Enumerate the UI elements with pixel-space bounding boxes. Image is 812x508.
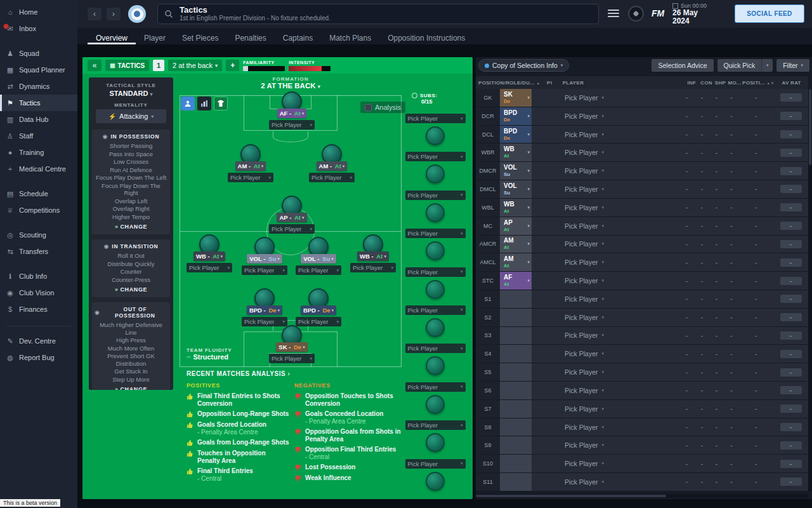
pick-player-dropdown[interactable]: Pick Player▾ xyxy=(546,162,679,180)
pick-player-dropdown[interactable]: Pick Player▾ xyxy=(405,344,466,353)
quick-pick-button[interactable]: Quick Pick xyxy=(717,59,762,72)
table-row-amcr[interactable]: AMCRAMAt▾Pick Player▾------ xyxy=(476,236,808,254)
menu-icon[interactable] xyxy=(608,10,619,19)
table-row-s4[interactable]: S4Pick Player▾------ xyxy=(476,345,808,363)
sidebar-item-data-hub[interactable]: ▥Data Hub xyxy=(0,111,77,128)
table-row-s1[interactable]: S1Pick Player▾------ xyxy=(476,290,808,309)
nav-back-button[interactable]: ‹ xyxy=(88,8,102,20)
sidebar-item-squad[interactable]: ♟Squad xyxy=(0,45,77,62)
table-row-s2[interactable]: S2Pick Player▾------ xyxy=(476,309,808,327)
sidebar-item-transfers[interactable]: ⇆Transfers xyxy=(0,243,77,260)
role-dropdown[interactable]: WB - At▾ xyxy=(193,251,225,261)
col-inf[interactable]: INF xyxy=(684,80,699,86)
role-dropdown[interactable]: VOL - Su▾ xyxy=(247,254,282,264)
sidebar-item-tactics[interactable]: ⚑Tactics xyxy=(0,95,77,111)
table-row-s9[interactable]: S9Pick Player▾------ xyxy=(476,436,808,455)
pick-player-dropdown[interactable]: Pick Player▾ xyxy=(546,199,679,217)
quick-pick-chevron-button[interactable]: ▾ xyxy=(761,59,773,72)
pick-player-dropdown[interactable]: Pick Player▾ xyxy=(546,436,679,454)
tactic-preset-dropdown[interactable]: 2 at the back ▾ xyxy=(168,60,222,71)
pick-player-dropdown[interactable]: Pick Player▾ xyxy=(546,400,679,418)
analysis-toggle[interactable]: Analysis xyxy=(360,102,405,113)
pick-player-dropdown[interactable]: Pick Player▾ xyxy=(546,473,679,491)
table-row-dcr[interactable]: DCRBPDDe▾Pick Player▾------ xyxy=(476,107,808,126)
pick-player-dropdown[interactable]: Pick Player▾ xyxy=(296,265,341,275)
role-dropdown[interactable]: APAt▾ xyxy=(500,217,532,235)
mentality-dropdown[interactable]: ⚡ Attacking ▾ xyxy=(96,109,166,123)
nav-forward-button[interactable]: › xyxy=(107,8,121,20)
pick-player-dropdown[interactable]: Pick Player▾ xyxy=(269,224,315,234)
sidebar-item-competitions[interactable]: ♕Competitions xyxy=(0,202,77,218)
table-row-s10[interactable]: S10Pick Player▾------ xyxy=(476,455,808,473)
col-player[interactable]: PLAYER xyxy=(556,80,684,86)
pick-player-dropdown[interactable]: Pick Player▾ xyxy=(546,217,679,235)
tactic-slot-1[interactable]: 1 xyxy=(153,60,164,71)
sidebar-item-training[interactable]: ●Training xyxy=(0,144,77,161)
pick-player-dropdown[interactable]: Pick Player▾ xyxy=(405,305,466,315)
club-badge[interactable] xyxy=(128,5,146,23)
role-dropdown[interactable]: WBAt▾ xyxy=(500,144,532,161)
date-display[interactable]: Sun 00:00 26 May 2024 xyxy=(672,3,707,25)
role-dropdown[interactable]: AM - At▾ xyxy=(317,161,348,171)
tactics-menu-button[interactable]: ▦ TACTICS xyxy=(105,60,149,71)
pick-player-dropdown[interactable]: Pick Player▾ xyxy=(405,190,466,200)
pick-player-dropdown[interactable]: Pick Player▾ xyxy=(546,180,679,198)
sidebar-item-staff[interactable]: ♙Staff xyxy=(0,128,77,144)
pick-player-dropdown[interactable]: Pick Player▾ xyxy=(546,290,679,308)
sidebar-item-finances[interactable]: $Finances xyxy=(0,301,77,318)
pick-player-dropdown[interactable]: Pick Player▾ xyxy=(546,363,679,381)
tab-captains[interactable]: Captains xyxy=(275,28,321,44)
pick-player-dropdown[interactable]: Pick Player▾ xyxy=(405,229,466,238)
pick-player-dropdown[interactable]: Pick Player▾ xyxy=(405,114,466,123)
role-dropdown[interactable]: BPD - De▾ xyxy=(301,305,336,315)
player-view-button[interactable] xyxy=(181,97,195,110)
table-row-s5[interactable]: S5Pick Player▾------ xyxy=(476,363,808,382)
pick-player-dropdown[interactable]: Pick Player▾ xyxy=(405,459,466,469)
fm-ball-icon[interactable] xyxy=(628,6,644,22)
formation-dropdown[interactable]: 2 AT THE BACK ▾ xyxy=(180,82,402,90)
title-search-bar[interactable]: Tactics 1st in English Premier Division … xyxy=(157,4,599,24)
table-row-dcl[interactable]: DCLBPDDe▾Pick Player▾------ xyxy=(476,126,808,144)
tab-overview[interactable]: Overview xyxy=(88,28,136,44)
role-dropdown[interactable]: AFAt▾ xyxy=(500,272,532,290)
col-avrat[interactable]: AV RAT xyxy=(775,80,808,86)
table-row-s7[interactable]: S7Pick Player▾------ xyxy=(476,400,808,418)
tab-penalties[interactable]: Penalties xyxy=(226,28,274,44)
sidebar-item-club-vision[interactable]: ◉Club Vision xyxy=(0,284,77,301)
tab-set-pieces[interactable]: Set Pieces xyxy=(174,28,226,44)
role-dropdown[interactable]: WB - At▾ xyxy=(357,251,389,261)
tactical-style-dropdown[interactable]: STANDARD ▾ xyxy=(92,90,170,97)
pick-player-dropdown[interactable]: Pick Player▾ xyxy=(546,345,679,363)
table-row-s11[interactable]: S11Pick Player▾------ xyxy=(476,473,808,491)
table-row-wbl[interactable]: WBLWBAt▾Pick Player▾------ xyxy=(476,199,808,217)
change-button[interactable]: »CHANGE xyxy=(95,286,167,293)
role-dropdown[interactable]: WBAt▾ xyxy=(500,199,532,217)
role-dropdown[interactable]: SKDe▾ xyxy=(500,89,532,107)
role-dropdown[interactable]: BPDDe▾ xyxy=(500,107,532,125)
copy-selection-info-dropdown[interactable]: Copy of Selection Info ▾ xyxy=(478,59,569,72)
kit-view-button[interactable] xyxy=(214,97,228,110)
change-button[interactable]: »CHANGE xyxy=(95,386,167,390)
role-dropdown[interactable]: VOLSu▾ xyxy=(500,180,532,198)
pick-player-dropdown[interactable]: Pick Player▾ xyxy=(546,418,679,436)
col-positi[interactable]: POSITI... ▲▼ xyxy=(742,80,775,86)
pick-player-dropdown[interactable]: Pick Player▾ xyxy=(546,236,679,253)
col-shp[interactable]: SHP xyxy=(713,80,727,86)
table-row-gk[interactable]: GKSKDe▾Pick Player▾------ xyxy=(476,89,808,107)
pick-player-dropdown[interactable]: Pick Player▾ xyxy=(546,272,679,290)
table-row-s3[interactable]: S3Pick Player▾------ xyxy=(476,327,808,345)
role-dropdown[interactable]: BPD - De▾ xyxy=(247,305,282,315)
add-tactic-button[interactable]: + xyxy=(226,60,239,71)
col-con[interactable]: CON xyxy=(699,80,713,86)
collapse-panel-button[interactable]: « xyxy=(88,60,102,71)
pick-player-dropdown[interactable]: Pick Player▾ xyxy=(546,126,679,144)
table-row-stc[interactable]: STCAFAt▾Pick Player▾------ xyxy=(476,272,808,290)
sidebar-item-scouting[interactable]: ◎Scouting xyxy=(0,227,77,243)
table-row-dmcr[interactable]: DMCRVOLSu▾Pick Player▾------ xyxy=(476,162,808,180)
sidebar-item-dev-centre[interactable]: ✎Dev. Centre xyxy=(0,333,77,349)
pick-player-dropdown[interactable]: Pick Player▾ xyxy=(546,382,679,399)
pick-player-dropdown[interactable]: Pick Player▾ xyxy=(546,144,679,161)
filter-button[interactable]: Filter▾ xyxy=(776,59,809,72)
social-feed-button[interactable]: SOCIAL FEED xyxy=(735,4,804,23)
tab-match-plans[interactable]: Match Plans xyxy=(321,28,379,44)
